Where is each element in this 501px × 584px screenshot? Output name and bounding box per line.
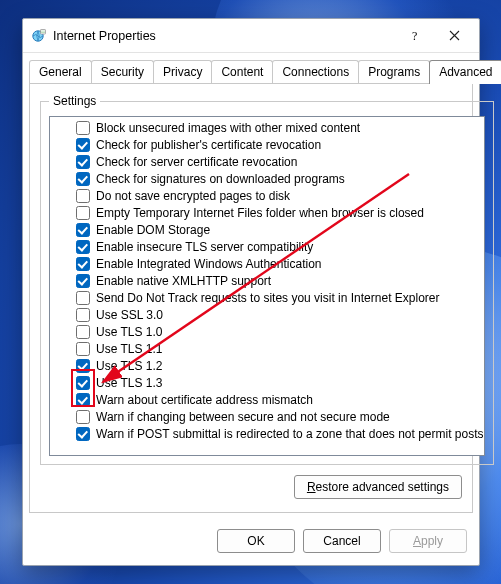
settings-row[interactable]: Empty Temporary Internet Files folder wh… (76, 204, 484, 221)
settings-row[interactable]: Enable Integrated Windows Authentication (76, 255, 484, 272)
restore-row: Restore advanced settings (40, 475, 462, 499)
settings-row-label: Check for publisher's certificate revoca… (96, 138, 321, 152)
tab-label: Security (101, 65, 144, 79)
settings-row[interactable]: Use TLS 1.0 (76, 323, 484, 340)
checkbox[interactable] (76, 359, 90, 373)
checkbox[interactable] (76, 155, 90, 169)
tab-label: Programs (368, 65, 420, 79)
settings-group-label: Settings (49, 94, 100, 108)
settings-row[interactable]: Use TLS 1.1 (76, 340, 484, 357)
accel: A (413, 534, 421, 548)
tab-advanced[interactable]: Advanced (429, 60, 501, 84)
checkbox[interactable] (76, 393, 90, 407)
button-label: Cancel (323, 534, 360, 548)
svg-text:?: ? (412, 30, 417, 42)
settings-row[interactable]: Warn about certificate address mismatch (76, 391, 484, 408)
tab-label: Advanced (439, 65, 492, 79)
settings-row-label: Use SSL 3.0 (96, 308, 163, 322)
settings-row-label: Check for server certificate revocation (96, 155, 297, 169)
checkbox[interactable] (76, 410, 90, 424)
checkbox[interactable] (76, 206, 90, 220)
settings-row[interactable]: Use TLS 1.2 (76, 357, 484, 374)
checkbox[interactable] (76, 189, 90, 203)
close-button[interactable] (435, 22, 473, 50)
checkbox[interactable] (76, 342, 90, 356)
settings-row-label: Warn if changing between secure and not … (96, 410, 390, 424)
settings-row[interactable]: Check for server certificate revocation (76, 153, 484, 170)
checkbox[interactable] (76, 308, 90, 322)
accel: R (307, 480, 316, 494)
restore-advanced-button[interactable]: Restore advanced settings (294, 475, 462, 499)
advanced-tabpanel: Settings Block unsecured images with oth… (29, 83, 473, 513)
settings-row[interactable]: Enable DOM Storage (76, 221, 484, 238)
settings-row[interactable]: Use TLS 1.3 (76, 374, 484, 391)
checkbox[interactable] (76, 427, 90, 441)
internet-options-icon (31, 28, 47, 44)
tab-general[interactable]: General (29, 60, 92, 84)
tab-label: Content (221, 65, 263, 79)
settings-row-label: Enable Integrated Windows Authentication (96, 257, 321, 271)
checkbox[interactable] (76, 274, 90, 288)
settings-row-label: Warn if POST submittal is redirected to … (96, 427, 484, 441)
settings-row-label: Empty Temporary Internet Files folder wh… (96, 206, 424, 220)
settings-row[interactable]: Warn if changing between secure and not … (76, 408, 484, 425)
settings-row-label: Block unsecured images with other mixed … (96, 121, 360, 135)
tab-privacy[interactable]: Privacy (153, 60, 212, 84)
settings-row[interactable]: Check for signatures on downloaded progr… (76, 170, 484, 187)
settings-row[interactable]: Check for publisher's certificate revoca… (76, 136, 484, 153)
checkbox[interactable] (76, 223, 90, 237)
settings-row[interactable]: Enable insecure TLS server compatibility (76, 238, 484, 255)
internet-properties-dialog: Internet Properties ? General Security P… (22, 18, 480, 566)
settings-row[interactable]: Enable native XMLHTTP support (76, 272, 484, 289)
window-title: Internet Properties (53, 29, 397, 43)
settings-list[interactable]: Block unsecured images with other mixed … (49, 116, 485, 456)
settings-row-label: Do not save encrypted pages to disk (96, 189, 290, 203)
svg-point-4 (42, 32, 43, 33)
settings-row[interactable]: Block unsecured images with other mixed … (76, 119, 484, 136)
settings-group: Settings Block unsecured images with oth… (40, 94, 494, 465)
settings-row-label: Use TLS 1.1 (96, 342, 162, 356)
settings-row[interactable]: Do not save encrypted pages to disk (76, 187, 484, 204)
settings-row-label: Use TLS 1.3 (96, 376, 162, 390)
checkbox[interactable] (76, 172, 90, 186)
button-label-rest: pply (421, 534, 443, 548)
tab-content[interactable]: Content (211, 60, 273, 84)
tabstrip: General Security Privacy Content Connect… (23, 53, 479, 83)
settings-row[interactable]: Warn if POST submittal is redirected to … (76, 425, 484, 442)
tab-label: Privacy (163, 65, 202, 79)
svg-point-2 (42, 30, 43, 31)
settings-row-label: Enable insecure TLS server compatibility (96, 240, 313, 254)
settings-row[interactable]: Use SSL 3.0 (76, 306, 484, 323)
svg-point-3 (44, 30, 45, 31)
checkbox[interactable] (76, 376, 90, 390)
svg-rect-1 (41, 29, 46, 34)
button-label: OK (247, 534, 264, 548)
settings-row-label: Warn about certificate address mismatch (96, 393, 313, 407)
ok-button[interactable]: OK (217, 529, 295, 553)
checkbox[interactable] (76, 240, 90, 254)
svg-point-5 (44, 32, 45, 33)
checkbox[interactable] (76, 325, 90, 339)
checkbox[interactable] (76, 257, 90, 271)
tab-label: General (39, 65, 82, 79)
cancel-button[interactable]: Cancel (303, 529, 381, 553)
tab-programs[interactable]: Programs (358, 60, 430, 84)
settings-row-label: Enable native XMLHTTP support (96, 274, 271, 288)
button-label-rest: estore advanced settings (316, 480, 449, 494)
settings-row-label: Send Do Not Track requests to sites you … (96, 291, 440, 305)
tab-label: Connections (282, 65, 349, 79)
settings-row[interactable]: Send Do Not Track requests to sites you … (76, 289, 484, 306)
tab-security[interactable]: Security (91, 60, 154, 84)
tab-connections[interactable]: Connections (272, 60, 359, 84)
titlebar: Internet Properties ? (23, 19, 479, 53)
dialog-buttons: OK Cancel Apply (23, 519, 479, 565)
settings-row-label: Enable DOM Storage (96, 223, 210, 237)
settings-row-label: Check for signatures on downloaded progr… (96, 172, 345, 186)
checkbox[interactable] (76, 291, 90, 305)
apply-button[interactable]: Apply (389, 529, 467, 553)
settings-row-label: Use TLS 1.2 (96, 359, 162, 373)
checkbox[interactable] (76, 138, 90, 152)
help-button[interactable]: ? (397, 22, 435, 50)
settings-row-label: Use TLS 1.0 (96, 325, 162, 339)
checkbox[interactable] (76, 121, 90, 135)
